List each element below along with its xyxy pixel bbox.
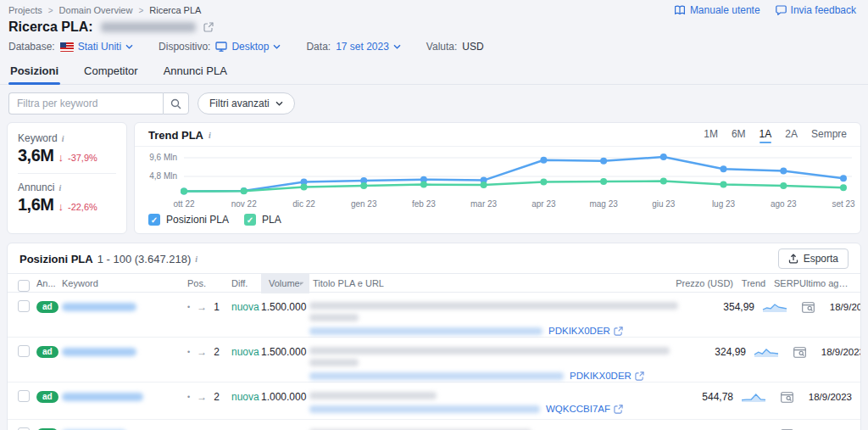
column-header-trend[interactable]: Trend (733, 274, 774, 293)
ad-badge[interactable]: ad (36, 346, 58, 358)
info-icon[interactable]: i (209, 131, 211, 140)
row-position: 1 (214, 301, 220, 313)
page-title: Ricerca PLA: (8, 20, 93, 35)
database-label: Database: (8, 41, 55, 53)
row-date: 18/9/2023 (812, 345, 861, 357)
ads-stat-label: Annunci (18, 181, 54, 193)
serp-button[interactable] (774, 390, 799, 403)
range-sempre[interactable]: Sempre (811, 128, 847, 142)
tab-annunci-pla[interactable]: Annunci PLA (162, 60, 229, 84)
serp-icon (781, 392, 793, 403)
table-column-headers: An... Keyword Pos. Diff. Volume Titolo P… (8, 273, 860, 293)
feedback-link-label: Invia feedback (791, 4, 856, 16)
tab-posizioni[interactable]: Posizioni (8, 60, 60, 84)
keyword-stat-value: 3,6M (18, 146, 53, 165)
down-arrow-icon: ↓ (58, 151, 64, 164)
column-header-title-url[interactable]: Titolo PLA e URL (309, 274, 669, 293)
keyword-link-redacted[interactable] (62, 303, 136, 311)
title-redacted-line1 (309, 392, 437, 399)
svg-text:ago 23: ago 23 (771, 199, 797, 209)
export-icon (788, 254, 798, 264)
chart-title: Trend PLA (148, 129, 203, 142)
device-label: Dispositivo: (159, 41, 210, 53)
position-dot-icon: • (187, 303, 190, 311)
table-title: Posizioni PLA (19, 253, 93, 265)
column-header-ads[interactable]: An... (36, 274, 62, 293)
url-id-link[interactable]: PDKIKX0DER (570, 371, 644, 381)
row-checkbox[interactable] (18, 300, 30, 312)
table-range: 1 - 100 (3.647.218) (97, 253, 192, 265)
serp-button[interactable] (795, 300, 821, 313)
export-button[interactable]: Esporta (778, 249, 849, 269)
title-redacted-line2 (309, 314, 359, 321)
ads-stat-change: -22,6% (68, 202, 97, 212)
serp-button[interactable] (787, 345, 812, 358)
row-price: 354,99 (690, 300, 754, 313)
svg-text:gen 23: gen 23 (351, 199, 377, 209)
ads-stat-value: 1,6M (18, 195, 53, 215)
range-1m[interactable]: 1M (704, 128, 718, 142)
breadcrumb-item[interactable]: Domain Overview (59, 5, 133, 15)
us-flag-icon (60, 42, 74, 52)
device-control: Dispositivo: Desktop (159, 41, 281, 53)
device-select[interactable]: Desktop (215, 41, 281, 53)
url-redacted[interactable] (309, 372, 564, 380)
svg-text:9,6 Mln: 9,6 Mln (149, 153, 177, 162)
url-redacted[interactable] (309, 327, 542, 335)
range-1a[interactable]: 1A (760, 128, 772, 142)
column-header-pos[interactable]: Pos. (182, 274, 231, 293)
breadcrumb-item[interactable]: Projects (8, 5, 42, 15)
info-icon[interactable]: i (62, 134, 64, 143)
url-id-link[interactable]: WQKCCBI7AF (546, 404, 623, 414)
row-date: 18/9/2023 (799, 390, 852, 402)
ad-badge[interactable]: ad (36, 391, 58, 403)
table-row: ad • → 2 nuova 1.500.000 PDKIKX0DER 324,… (8, 338, 860, 383)
feedback-link[interactable]: Invia feedback (776, 4, 856, 16)
row-volume: 1.500.000 (261, 345, 309, 358)
domain-redacted (101, 22, 196, 32)
chart-legend: ✓Posizioni PLA✓PLA (135, 213, 860, 226)
select-all-checkbox[interactable] (18, 280, 30, 292)
keyword-link-redacted[interactable] (62, 393, 143, 401)
tab-competitor[interactable]: Competitor (82, 60, 140, 84)
position-arrow-icon: → (197, 301, 207, 313)
column-header-keyword[interactable]: Keyword (62, 274, 182, 293)
trend-sparkline (754, 300, 795, 313)
external-link-icon (635, 371, 644, 381)
top-bar: Projects>Domain Overview>Ricerca PLA Man… (0, 0, 868, 53)
row-volume: 1.500.000 (261, 300, 309, 313)
speech-bubble-icon (776, 5, 787, 15)
column-header-updated[interactable]: Ultimo aggiorn... (799, 274, 852, 293)
title-redacted-line2 (309, 359, 359, 366)
tab-bar: PosizioniCompetitorAnnunci PLA (0, 60, 868, 85)
row-checkbox[interactable] (18, 390, 30, 402)
keyword-filter-input[interactable] (8, 92, 163, 114)
url-redacted[interactable] (309, 405, 540, 413)
table-body: ad • → 1 nuova 1.500.000 PDKIKX0DER 354,… (8, 293, 860, 430)
info-icon[interactable]: i (195, 254, 198, 264)
range-2a[interactable]: 2A (785, 128, 798, 142)
ad-badge[interactable]: ad (36, 301, 58, 313)
row-checkbox[interactable] (18, 345, 30, 357)
column-header-diff[interactable]: Diff. (231, 274, 261, 293)
advanced-filters-button[interactable]: Filtri avanzati (198, 92, 295, 114)
legend-toggle-pla[interactable]: ✓PLA (244, 214, 281, 226)
info-icon[interactable]: i (58, 183, 61, 193)
keyword-link-redacted[interactable] (62, 348, 136, 356)
date-select[interactable]: 17 set 2023 (336, 41, 401, 53)
row-position: 2 (214, 391, 220, 403)
search-button[interactable] (163, 92, 189, 114)
external-link-icon[interactable] (203, 22, 214, 32)
column-header-serp[interactable]: SERP (774, 274, 799, 293)
column-header-price[interactable]: Prezzo (USD) (669, 274, 733, 293)
manual-link[interactable]: Manuale utente (674, 4, 760, 16)
row-position: 2 (214, 346, 220, 358)
keyword-stat-label: Keyword (18, 132, 58, 144)
column-header-volume[interactable]: Volume (261, 274, 309, 293)
legend-toggle-posizioni-pla[interactable]: ✓Posizioni PLA (148, 214, 229, 226)
filter-bar: Filtri avanzati (0, 85, 868, 120)
range-6m[interactable]: 6M (732, 128, 746, 142)
url-id-link[interactable]: PDKIKX0DER (548, 326, 623, 336)
row-diff: nuova (231, 390, 261, 403)
database-select[interactable]: Stati Uniti (60, 41, 133, 53)
